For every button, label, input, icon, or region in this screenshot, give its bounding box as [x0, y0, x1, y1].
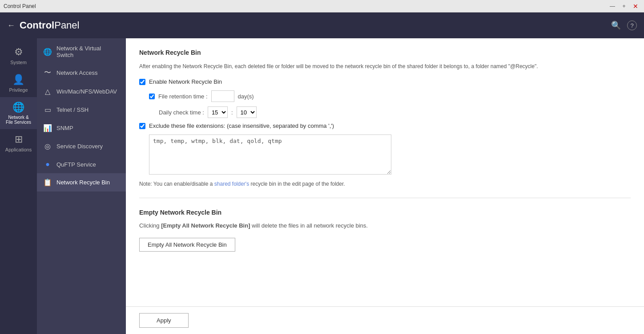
note-prefix: Note: You can enable/disable a: [139, 181, 214, 187]
title-bar-title: Control Panel: [4, 3, 36, 9]
empty-section-title: Empty Network Recycle Bin: [139, 209, 631, 216]
sub-item-quftp-service[interactable]: ● QuFTP Service: [37, 155, 126, 173]
empty-btn-label-inline: [Empty All Network Recycle Bin]: [161, 222, 250, 229]
enable-checkbox-row: Enable Network Recycle Bin: [139, 78, 631, 85]
header-bar: ← ControlPanel 🔍 ?: [0, 12, 644, 38]
telnet-icon: ▭: [43, 106, 52, 114]
sub-sidebar: 🌐 Network & Virtual Switch 〜 Network Acc…: [37, 38, 126, 334]
note-suffix: recycle bin in the edit page of the fold…: [249, 181, 345, 187]
service-discovery-icon: ◎: [43, 142, 52, 151]
win-mac-icon: △: [43, 87, 52, 96]
title-bar-controls: — + ✕: [608, 2, 640, 10]
sub-item-win-mac-nfs-webdav[interactable]: △ Win/Mac/NFS/WebDAV: [37, 82, 126, 101]
daily-check-row: Daily check time : 15 012 345 678 91011 …: [159, 106, 631, 118]
daily-check-minute-select[interactable]: 10 0 20 30 40 50: [237, 106, 257, 118]
empty-all-button[interactable]: Empty All Network Recycle Bin: [139, 238, 235, 252]
bottom-bar: Apply: [126, 306, 644, 334]
sidebar-label-system: System: [10, 60, 27, 65]
network-file-icon: 🌐: [12, 102, 24, 113]
title-bar: Control Panel — + ✕: [0, 0, 644, 12]
description-text: After enabling the Network Recycle Bin, …: [139, 62, 631, 70]
app-title: ControlPanel: [20, 20, 79, 31]
sidebar-item-network-file-services[interactable]: 🌐 Network & File Services: [0, 97, 37, 129]
sub-label-telnet: Telnet / SSH: [56, 106, 89, 113]
exclude-checkbox[interactable]: [139, 123, 145, 129]
apply-button[interactable]: Apply: [139, 313, 189, 328]
sidebar-item-privilege[interactable]: 👤 Privilege: [0, 69, 37, 97]
sub-label-service-discovery: Service Discovery: [56, 143, 103, 150]
quftp-icon: ●: [43, 160, 52, 168]
sidebar-label-privilege: Privilege: [9, 87, 28, 93]
back-button[interactable]: ←: [7, 21, 15, 30]
shared-folder-link[interactable]: shared folder's: [214, 181, 249, 187]
minimize-button[interactable]: —: [608, 2, 617, 10]
empty-desc: Clicking [Empty All Network Recycle Bin]…: [139, 222, 631, 229]
daily-check-separator: :: [231, 109, 233, 116]
section-divider: [139, 198, 631, 198]
sub-label-recycle-bin: Network Recycle Bin: [56, 179, 110, 186]
sub-item-network-virtual-switch[interactable]: 🌐 Network & Virtual Switch: [37, 40, 126, 63]
sub-item-network-recycle-bin[interactable]: 📋 Network Recycle Bin: [37, 173, 126, 191]
sub-label-snmp: SNMP: [56, 125, 73, 131]
file-retention-label[interactable]: File retention time :: [158, 93, 208, 100]
note-text: Note: You can enable/disable a shared fo…: [139, 181, 631, 187]
file-retention-checkbox[interactable]: [149, 94, 155, 99]
daily-check-hour-select[interactable]: 15 012 345 678 91011 121314 161718 19202…: [208, 106, 228, 118]
sub-item-network-access[interactable]: 〜 Network Access: [37, 63, 126, 82]
exclude-checkbox-row: Exclude these file extensions: (case ins…: [139, 122, 631, 129]
exclude-label[interactable]: Exclude these file extensions: (case ins…: [149, 122, 334, 129]
sidebar-label-applications: Applications: [5, 147, 32, 152]
network-virtual-switch-icon: 🌐: [43, 48, 52, 56]
enable-recycle-checkbox[interactable]: [139, 79, 145, 85]
sub-item-snmp[interactable]: 📊 SNMP: [37, 119, 126, 137]
content-area: Network Recycle Bin After enabling the N…: [126, 38, 644, 334]
sidebar: ⚙ System 👤 Privilege 🌐 Network & File Se…: [0, 38, 37, 334]
exclude-textarea[interactable]: tmp, temp, wtmp, blk, dat, qold, qtmp: [149, 134, 391, 175]
enable-recycle-label[interactable]: Enable Network Recycle Bin: [149, 78, 222, 85]
file-retention-input[interactable]: 180: [211, 90, 234, 102]
sidebar-item-system[interactable]: ⚙ System: [0, 42, 37, 69]
daily-check-label: Daily check time :: [159, 109, 204, 116]
system-icon: ⚙: [14, 46, 23, 58]
main-layout: ⚙ System 👤 Privilege 🌐 Network & File Se…: [0, 38, 644, 334]
network-access-icon: 〜: [43, 68, 52, 77]
privilege-icon: 👤: [12, 74, 24, 86]
file-retention-unit: day(s): [238, 93, 254, 100]
search-icon[interactable]: 🔍: [611, 20, 621, 30]
header-right: 🔍 ?: [611, 20, 637, 30]
sidebar-label-network: Network & File Services: [6, 115, 31, 125]
sub-item-telnet-ssh[interactable]: ▭ Telnet / SSH: [37, 101, 126, 119]
file-retention-row: File retention time : 180 day(s): [149, 90, 631, 102]
sub-label-network-virtual-switch: Network & Virtual Switch: [56, 45, 120, 58]
recycle-bin-icon: 📋: [43, 178, 52, 187]
header-left: ← ControlPanel: [7, 20, 79, 31]
sub-label-win-mac: Win/Mac/NFS/WebDAV: [56, 88, 117, 95]
sub-label-network-access: Network Access: [56, 69, 97, 76]
page-title: Network Recycle Bin: [139, 49, 631, 56]
content-inner: Network Recycle Bin After enabling the N…: [126, 38, 644, 306]
sub-item-service-discovery[interactable]: ◎ Service Discovery: [37, 137, 126, 155]
snmp-icon: 📊: [43, 124, 52, 132]
sub-label-quftp: QuFTP Service: [56, 161, 96, 168]
sidebar-item-applications[interactable]: ⊞ Applications: [0, 129, 37, 157]
help-icon[interactable]: ?: [627, 20, 637, 30]
app-title-strong: Control: [20, 20, 54, 31]
close-button[interactable]: ✕: [631, 2, 640, 10]
applications-icon: ⊞: [15, 134, 23, 145]
maximize-button[interactable]: +: [619, 2, 629, 10]
